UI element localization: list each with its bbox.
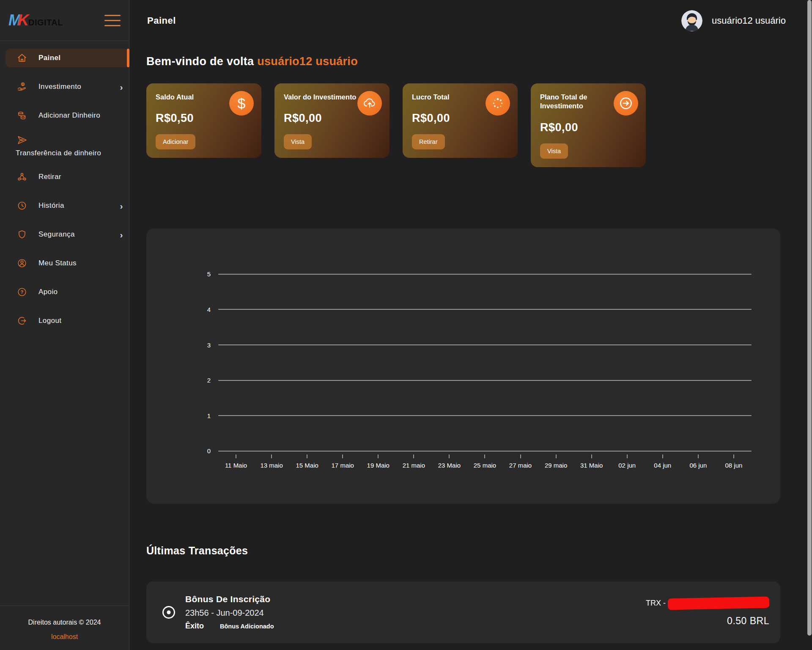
copyright-text: Direitos autorais © 2024: [3, 619, 126, 626]
svg-text:$: $: [22, 83, 24, 86]
coins-icon: [17, 110, 27, 121]
transaction-title: Bônus De Inscrição: [185, 594, 274, 604]
content: Bem-vindo de volta usuário12 usuário Sal…: [129, 41, 812, 643]
x-axis-label: 02 jun: [609, 462, 645, 469]
x-axis-label: 19 Maio: [360, 462, 396, 469]
stat-card-plano-total: Plano Total de Investimento R$0,00 Vista: [531, 83, 646, 167]
sidebar-item-transferencia[interactable]: Transferência de dinheiro: [0, 135, 129, 157]
transaction-ref-label: TRX -: [646, 599, 666, 608]
scrollbar-thumb[interactable]: [807, 0, 812, 636]
transaction-ref: TRX -: [646, 598, 769, 609]
gridline-row: 1: [146, 412, 752, 419]
spinner-icon: [486, 91, 510, 116]
sidebar-item-apoio[interactable]: ? Apoio: [0, 283, 129, 301]
sidebar-item-retirar[interactable]: Retirar: [0, 168, 129, 186]
sidebar-item-logout[interactable]: Logout: [0, 311, 129, 330]
chevron-right-icon: ›: [120, 201, 123, 210]
x-axis-line: [218, 451, 752, 452]
x-tick: [556, 454, 557, 458]
sidebar-item-label: Meu Status: [38, 259, 77, 267]
sidebar-item-seguranca[interactable]: Segurança ›: [0, 225, 129, 244]
gridline: [218, 274, 752, 275]
sidebar-item-label: Logout: [38, 317, 61, 325]
avatar[interactable]: [681, 10, 702, 31]
card-vista-button[interactable]: Vista: [540, 143, 568, 159]
sidebar-item-label: Adicionar Dinheiro: [38, 111, 100, 120]
tick-cell: [680, 454, 716, 458]
tick-cell: [289, 454, 325, 458]
tick-cell: [431, 454, 467, 458]
transactions-heading: Últimas Transações: [146, 545, 780, 557]
tick-cell: [467, 454, 502, 458]
sidebar-nav: Painel $ Investimento ›: [0, 41, 129, 335]
record-dot-icon: [162, 605, 176, 620]
transaction-row[interactable]: Bônus De Inscrição 23h56 - Jun-09-2024 Ê…: [146, 581, 780, 643]
stat-card-saldo-atual: Saldo Atual $ R$0,50 Adicionar: [146, 83, 261, 158]
x-axis-ticks: [218, 454, 752, 458]
tick-cell: [645, 454, 680, 458]
stat-card-valor-investimento: Valor do Investimento R$0,00 Vista: [274, 83, 390, 158]
sidebar-item-adicionar-dinheiro[interactable]: Adicionar Dinheiro: [0, 106, 129, 125]
tick-cell: [716, 454, 752, 458]
sidebar-item-label: Painel: [38, 54, 60, 62]
clock-icon: [17, 201, 27, 211]
transaction-right: TRX - 0.50 BRL: [646, 598, 769, 627]
tick-cell: [254, 454, 289, 458]
main-area: Painel usuário12 usuário Bem-vindo de vo…: [129, 0, 812, 650]
stat-card-value: R$0,00: [540, 121, 637, 134]
gridline: [218, 415, 752, 416]
user-menu[interactable]: usuário12 usuário: [681, 10, 786, 31]
sidebar-item-meu-status[interactable]: Meu Status: [0, 254, 129, 273]
x-tick: [733, 454, 734, 458]
sidebar-item-label: Retirar: [38, 173, 61, 181]
x-tick: [413, 454, 414, 458]
brand-logo[interactable]: M K DIGITAL: [8, 11, 63, 29]
scrollbar[interactable]: [807, 0, 812, 650]
sidebar-item-historia[interactable]: História ›: [0, 196, 129, 215]
sidebar-item-label: Apoio: [38, 288, 58, 296]
localhost-link[interactable]: localhost: [51, 633, 78, 641]
transaction-datetime: 23h56 - Jun-09-2024: [185, 608, 274, 618]
card-retirar-button[interactable]: Retirar: [412, 134, 445, 149]
hamburger-menu-icon[interactable]: [104, 15, 121, 26]
redaction-bar: [668, 597, 770, 610]
sidebar-footer: Direitos autorais © 2024 localhost: [0, 606, 129, 650]
x-tick: [627, 454, 628, 458]
tick-cell: [360, 454, 396, 458]
stat-card-title: Plano Total de Investimento: [540, 93, 613, 111]
welcome-heading: Bem-vindo de volta usuário12 usuário: [146, 55, 780, 68]
page-title: Painel: [147, 15, 176, 26]
sidebar-item-investimento[interactable]: $ Investimento ›: [0, 77, 129, 96]
chart-grid: 5 4 3 2 1 0: [146, 271, 752, 454]
x-tick: [307, 454, 307, 458]
transaction-info: Bônus De Inscrição 23h56 - Jun-09-2024 Ê…: [185, 594, 274, 631]
x-tick: [271, 454, 272, 458]
x-axis-label: 11 Maio: [218, 462, 254, 469]
x-axis-row: 0: [146, 448, 752, 454]
x-tick: [662, 454, 663, 458]
gridline-row: 4: [146, 306, 752, 313]
x-tick: [342, 454, 343, 458]
transaction-status: Êxito: [185, 622, 204, 631]
transaction-status-row: Êxito Bônus Adicionado: [185, 622, 274, 631]
brand-letter-k: K: [18, 11, 29, 29]
stat-card-title: Valor do Investimento: [284, 93, 357, 102]
x-tick: [591, 454, 592, 458]
card-vista-button[interactable]: Vista: [284, 134, 312, 149]
welcome-user-name: usuário12 usuário: [257, 55, 358, 68]
x-axis-label: 27 maio: [503, 462, 538, 469]
gridline: [218, 309, 752, 310]
stat-cards-row: Saldo Atual $ R$0,50 Adicionar Valor do …: [146, 83, 780, 167]
sidebar-item-painel[interactable]: Painel: [5, 49, 129, 67]
top-bar: Painel usuário12 usuário: [129, 0, 812, 41]
y-axis-tick: 4: [146, 306, 218, 313]
x-tick: [484, 454, 485, 458]
tick-cell: [325, 454, 360, 458]
x-tick: [378, 454, 379, 458]
x-axis-label: 15 Maio: [289, 462, 325, 469]
card-adicionar-button[interactable]: Adicionar: [156, 134, 195, 149]
gridline: [218, 380, 752, 381]
stat-card-title: Lucro Total: [412, 93, 485, 102]
x-tick: [449, 454, 450, 458]
chevron-right-icon: ›: [120, 230, 123, 239]
